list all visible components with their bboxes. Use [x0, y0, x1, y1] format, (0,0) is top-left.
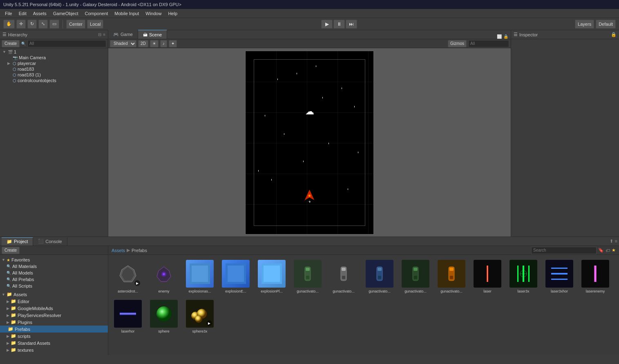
- menu-assets[interactable]: Assets: [30, 10, 50, 17]
- layout-button[interactable]: Default: [596, 20, 616, 29]
- hierarchy-item-road183[interactable]: ⬡ road183: [1, 66, 107, 72]
- asset-laser[interactable]: laser: [471, 258, 504, 295]
- asset-gun-1[interactable]: gunactivato...: [291, 258, 324, 295]
- play-overlay: ▶: [134, 280, 140, 286]
- folder-textures[interactable]: ▶ 📁 textures: [0, 346, 108, 353]
- hierarchy-item-playercar[interactable]: ▶ ⬡ playercar: [1, 60, 107, 66]
- layers-button[interactable]: Layers: [575, 20, 594, 29]
- tab-scene[interactable]: 🏔 Scene: [138, 30, 167, 39]
- menu-bar: File Edit Assets GameObject Component Mo…: [0, 9, 619, 18]
- tool-rect[interactable]: ▭: [49, 20, 59, 29]
- item-label: road183 (1): [18, 72, 41, 77]
- panel-menu[interactable]: ≡: [615, 239, 617, 244]
- bottom-panel-controls: ⬆ ≡: [610, 239, 617, 244]
- asset-gun-2[interactable]: gunactivato...: [327, 258, 360, 295]
- hierarchy-search[interactable]: [27, 40, 106, 47]
- panel-maximize[interactable]: ⬆: [610, 239, 613, 244]
- folder-googlemobileads[interactable]: ▶ 📁 GoogleMobileAds: [0, 305, 108, 312]
- asset-laserhor[interactable]: laserhor: [112, 298, 144, 335]
- lock-icon[interactable]: 🔒: [503, 34, 508, 39]
- assets-header[interactable]: ▼ 📁 Assets: [0, 291, 108, 298]
- menu-window[interactable]: Window: [142, 10, 165, 17]
- hierarchy-item-main-camera[interactable]: 📷 Main Camera: [1, 55, 107, 60]
- assets-search[interactable]: [531, 247, 597, 254]
- asset-asteroidrot[interactable]: ▶ asteroidrot...: [112, 258, 144, 295]
- inspector-icon: ☰: [514, 32, 518, 37]
- menu-component[interactable]: Component: [81, 10, 111, 17]
- local-button[interactable]: Local: [87, 20, 103, 29]
- asset-laser3x[interactable]: laser3x: [507, 258, 540, 295]
- tool-move[interactable]: ✛: [16, 20, 26, 29]
- star-icon[interactable]: ★: [612, 248, 616, 253]
- folder-standard-assets[interactable]: ▶ 📁 Standard Assets: [0, 339, 108, 346]
- svg-rect-42: [551, 273, 568, 275]
- asset-label: gunactivato...: [333, 289, 355, 293]
- favorites-materials[interactable]: 🔍 All Materials: [0, 263, 108, 270]
- asset-gun-5[interactable]: gunactivato...: [435, 258, 468, 295]
- asset-thumb: [474, 260, 501, 288]
- audio-button[interactable]: ♪: [160, 40, 167, 47]
- hierarchy-create-btn[interactable]: Create: [2, 40, 20, 47]
- folder-playservices[interactable]: ▶ 📁 PlayServicesResolver: [0, 312, 108, 319]
- svg-rect-47: [120, 313, 136, 314]
- asset-enemy[interactable]: enemy: [147, 258, 180, 295]
- inspector-lock[interactable]: 🔒: [611, 32, 617, 37]
- gizmos-search[interactable]: [468, 40, 509, 47]
- assets-grid: ▶ asteroidrot... enemy: [108, 255, 619, 355]
- asset-thumb: [258, 260, 286, 288]
- fx-button[interactable]: ✦: [169, 40, 177, 47]
- favorites-prefabs[interactable]: 🔍 All Prefabs: [0, 276, 108, 283]
- menu-help[interactable]: Help: [165, 10, 181, 17]
- asset-gun-4[interactable]: gunactivato...: [399, 258, 432, 295]
- scene-root[interactable]: ▼ 🎬 1: [1, 49, 107, 55]
- 2d-button[interactable]: 2D: [138, 40, 148, 47]
- asset-thumb: [581, 260, 609, 288]
- folder-plugins[interactable]: ▶ 📁 Plugins: [0, 319, 108, 326]
- asset-explosion-e[interactable]: explosionE...: [219, 258, 252, 295]
- bookmark-icon[interactable]: 🔖: [598, 248, 604, 253]
- tab-console[interactable]: ⬛ Console: [33, 237, 67, 246]
- tool-hand[interactable]: ✋: [3, 20, 15, 29]
- folder-prefabs[interactable]: 📁 Prefabs: [0, 326, 108, 333]
- tab-project[interactable]: 📁 Project: [2, 237, 33, 246]
- menu-gameobject[interactable]: GameObject: [50, 10, 82, 17]
- hierarchy-menu[interactable]: ≡: [103, 32, 105, 37]
- folder-editor[interactable]: ▶ 📁 Editor: [0, 298, 108, 305]
- search-icon: 🔍: [7, 264, 11, 268]
- shaded-select[interactable]: Shaded: [110, 40, 136, 47]
- breadcrumb-root[interactable]: Assets: [112, 248, 125, 253]
- center-button[interactable]: Center: [66, 20, 85, 29]
- svg-rect-32: [450, 276, 453, 279]
- project-create-btn[interactable]: Create: [2, 247, 20, 254]
- gizmos-button[interactable]: Gizmos: [448, 40, 467, 47]
- tool-scale[interactable]: ⤡: [38, 20, 48, 29]
- tag-icon[interactable]: 🏷: [606, 248, 610, 253]
- hierarchy-collapse[interactable]: ⊟: [98, 32, 101, 37]
- tab-game[interactable]: 🎮 Game: [108, 30, 138, 39]
- favorites-scripts[interactable]: 🔍 All Scripts: [0, 283, 108, 289]
- asset-explosion-pl[interactable]: explosionPl...: [255, 258, 288, 295]
- asset-explosion-as[interactable]: explosionas...: [183, 258, 216, 295]
- menu-file[interactable]: File: [2, 10, 16, 17]
- svg-rect-28: [413, 268, 418, 271]
- hierarchy-item-controlcount[interactable]: ⬡ controlcountobjects: [1, 78, 107, 83]
- asset-laserenemy[interactable]: laserenemy: [579, 258, 612, 295]
- asset-sphere3x[interactable]: ▶ sphere3x: [183, 298, 216, 335]
- menu-edit[interactable]: Edit: [16, 10, 30, 17]
- asset-gun-3[interactable]: gunactivato...: [363, 258, 396, 295]
- asset-sphere[interactable]: sphere: [147, 298, 180, 335]
- menu-mobileinput[interactable]: Mobile Input: [111, 10, 142, 17]
- hierarchy-item-road183-1[interactable]: ⬡ road183 (1): [1, 72, 107, 78]
- favorites-models[interactable]: 🔍 All Models: [0, 270, 108, 276]
- pause-button[interactable]: ⏸: [333, 20, 345, 29]
- maximize-icon[interactable]: ⬜: [497, 34, 502, 39]
- asset-laser3xhor[interactable]: laser3xhor: [543, 258, 576, 295]
- favorites-header[interactable]: ▼ ★ Favorites: [0, 257, 108, 263]
- asset-thumb: ▶: [114, 260, 142, 288]
- folder-scripts[interactable]: ▶ 📁 scripts: [0, 333, 108, 339]
- lighting-button[interactable]: ☀: [150, 40, 159, 47]
- tool-rotate[interactable]: ↻: [27, 20, 37, 29]
- play-button[interactable]: ▶: [321, 20, 333, 29]
- step-button[interactable]: ⏭: [346, 20, 357, 29]
- svg-point-51: [195, 315, 202, 323]
